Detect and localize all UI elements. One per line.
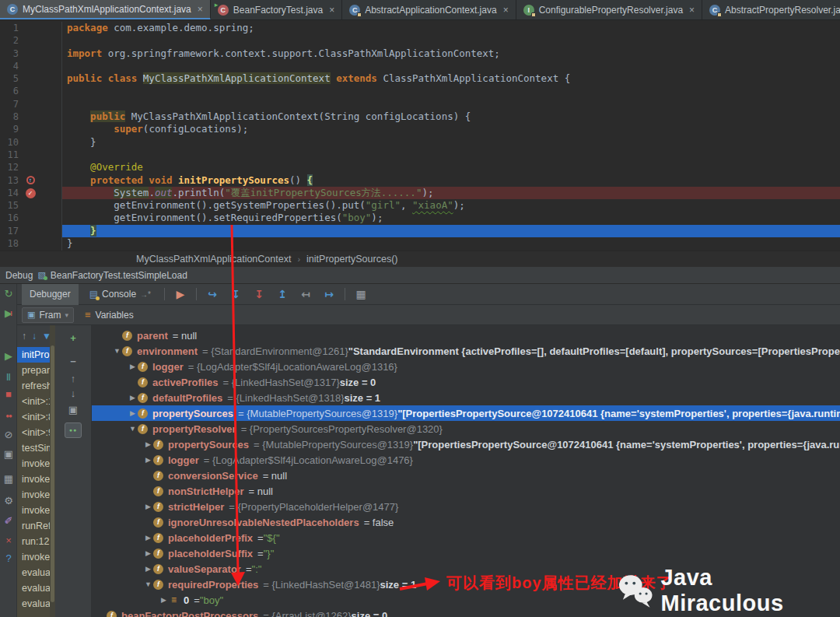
variable-row[interactable]: ▶fplaceholderSuffix= "}" xyxy=(92,545,840,561)
expand-closed-arrow[interactable]: ▶ xyxy=(143,440,153,448)
tab-close-icon[interactable]: × xyxy=(689,5,695,16)
thread-dump-camera-icon[interactable]: ▣ xyxy=(0,448,17,461)
code-line[interactable]: } xyxy=(62,237,840,250)
tab-close-icon[interactable]: × xyxy=(198,4,203,15)
expand-closed-arrow[interactable]: ▶ xyxy=(143,565,153,573)
editor-tab[interactable]: C▸BeanFactoryTest.java× xyxy=(211,0,342,20)
variable-row[interactable]: fnonStrictHelper= null xyxy=(92,483,840,499)
tab-close-icon[interactable]: × xyxy=(503,5,509,16)
variable-row[interactable]: fconversionService= null xyxy=(92,468,840,483)
remove-watch-icon[interactable]: − xyxy=(65,354,82,370)
debug-session-tab[interactable]: BeanFactoryTest.testSimpleLoad xyxy=(51,270,187,281)
editor-tab[interactable]: CAbstractPropertyResolver.java× xyxy=(702,0,840,20)
editor-tab[interactable]: CAbstractApplicationContext.java× xyxy=(342,0,516,20)
code-editor[interactable]: 12345678910111213↑14✓15161718 package co… xyxy=(0,20,840,251)
variable-row[interactable]: fbeanFactoryPostProcessors= {ArrayList@1… xyxy=(92,608,840,617)
code-line[interactable]: package com.example.demo.spring; xyxy=(62,22,840,34)
frame-down-icon[interactable]: ↓ xyxy=(32,331,37,342)
code-line[interactable]: @Override xyxy=(62,161,840,174)
show-execution-point-icon[interactable]: ▶ xyxy=(170,288,191,300)
override-marker-icon[interactable]: ↑ xyxy=(19,174,42,187)
editor-gutter[interactable]: 12345678910111213↑14✓15161718 xyxy=(0,22,62,251)
variable-row[interactable]: ▶fvalueSeparator= ":" xyxy=(92,561,840,577)
variable-row[interactable]: fparent= null xyxy=(92,328,840,343)
code-line[interactable]: protected void initPropertySources() { xyxy=(62,174,840,187)
variable-row[interactable]: ▼frequiredProperties= {LinkedHashSet@148… xyxy=(92,577,840,592)
view-breakpoints-icon[interactable]: ●● xyxy=(0,410,17,422)
variable-row[interactable]: ▶fdefaultProfiles= {LinkedHashSet@1318} … xyxy=(92,390,840,405)
breadcrumb-item[interactable]: MyClassPathXmlApplicationContext xyxy=(136,254,291,265)
step-out-icon[interactable]: ↥ xyxy=(272,288,292,300)
expand-open-arrow[interactable]: ▼ xyxy=(128,425,138,433)
settings-gear-icon[interactable]: ⚙ xyxy=(0,495,17,507)
variable-row[interactable]: ▼fpropertyResolver= {PropertySourcesProp… xyxy=(92,421,840,436)
drop-frame-icon[interactable]: ↤ xyxy=(296,288,316,300)
expand-closed-arrow[interactable]: ▶ xyxy=(128,409,138,417)
expand-closed-arrow[interactable]: ▶ xyxy=(159,596,169,604)
rerun-failed-tests-icon[interactable]: ▶! xyxy=(0,307,17,320)
resume-icon[interactable]: ▶ xyxy=(0,350,17,363)
move-up-icon[interactable]: ↑ xyxy=(65,371,82,387)
frames-scrollbar[interactable] xyxy=(50,325,55,617)
pause-icon[interactable]: Ⅱ xyxy=(0,371,17,384)
variable-row[interactable]: fignoreUnresolvableNestedPlaceholders= f… xyxy=(92,514,840,530)
frame-up-icon[interactable]: ↑ xyxy=(22,331,26,342)
pin-icon[interactable]: ✐ xyxy=(0,515,17,528)
variable-row[interactable]: ▶flogger= {LogAdapter$Slf4jLocationAware… xyxy=(92,452,840,468)
variable-row[interactable]: ▶flogger= {LogAdapter$Slf4jLocationAware… xyxy=(92,359,840,374)
help-icon[interactable]: ? xyxy=(0,552,17,565)
expand-closed-arrow[interactable]: ▶ xyxy=(143,503,153,510)
variable-row[interactable]: ▼fenvironment= {StandardEnvironment@1261… xyxy=(92,343,840,359)
show-watches-icon[interactable]: ●● xyxy=(65,422,82,438)
breakpoint-icon[interactable]: ✓ xyxy=(19,187,42,199)
expand-closed-arrow[interactable]: ▶ xyxy=(143,456,153,464)
tab-variables[interactable]: ≡ Variables xyxy=(85,309,134,321)
code-line[interactable]: System.out.println("覆盖initPropertySource… xyxy=(62,187,840,199)
expand-closed-arrow[interactable]: ▶ xyxy=(128,363,138,370)
editor-tab[interactable]: CMyClassPathXmlApplicationContext.java× xyxy=(0,0,211,20)
variable-row[interactable]: ▶≡0= "boy" xyxy=(92,592,840,608)
code-line[interactable] xyxy=(62,149,840,161)
code-line[interactable]: import org.springframework.context.suppo… xyxy=(62,47,840,60)
force-step-into-icon[interactable]: ↧ xyxy=(249,288,269,300)
code-line[interactable]: public class MyClassPathXmlApplicationCo… xyxy=(62,72,840,85)
tab-console[interactable]: ▤ Console →* xyxy=(82,284,159,305)
step-over-icon[interactable]: ↪ xyxy=(202,288,222,300)
variable-row[interactable]: ▶fplaceholderPrefix= "${" xyxy=(92,530,840,545)
rerun-icon[interactable]: ↻ xyxy=(0,288,17,300)
evaluate-expression-icon[interactable]: ▦ xyxy=(351,288,371,300)
run-to-cursor-icon[interactable]: ↦ xyxy=(319,288,339,300)
mute-breakpoints-icon[interactable]: ⊘ xyxy=(0,429,17,441)
editor-tab[interactable]: IConfigurablePropertyResolver.java× xyxy=(516,0,702,20)
code-line[interactable]: getEnvironment().getSystemProperties().p… xyxy=(62,199,840,212)
tab-debugger[interactable]: Debugger xyxy=(22,284,79,305)
variable-row[interactable]: ▶fstrictHelper= {PropertyPlaceholderHelp… xyxy=(92,499,840,514)
tab-close-icon[interactable]: × xyxy=(329,5,334,16)
code-line[interactable]: } xyxy=(62,225,840,237)
copy-icon[interactable]: ▣ xyxy=(65,402,82,418)
add-watch-icon[interactable]: + xyxy=(65,331,82,346)
code-line[interactable] xyxy=(62,85,840,97)
expand-open-arrow[interactable]: ▼ xyxy=(112,347,122,355)
variable-row[interactable]: ▶fpropertySources= {MutablePropertySourc… xyxy=(92,405,840,421)
code-line[interactable] xyxy=(62,60,840,72)
frames-thread-selector[interactable]: ▣ Fram ▾ xyxy=(22,307,74,323)
code-line[interactable]: public MyClassPathXmlApplicationContext(… xyxy=(62,110,840,123)
expand-open-arrow[interactable]: ▼ xyxy=(143,580,153,588)
frames-scrollbar-thumb[interactable] xyxy=(51,345,54,602)
variable-row[interactable]: ▶fpropertySources= {MutablePropertySourc… xyxy=(92,436,840,452)
expand-closed-arrow[interactable]: ▶ xyxy=(128,394,138,401)
code-line[interactable]: } xyxy=(62,136,840,149)
stop-icon[interactable]: ■ xyxy=(0,388,17,401)
variable-row[interactable]: factiveProfiles= {LinkedHashSet@1317} si… xyxy=(92,374,840,390)
move-down-icon[interactable]: ↓ xyxy=(65,386,82,401)
code-line[interactable] xyxy=(62,34,840,47)
editor-code-area[interactable]: package com.example.demo.spring; import … xyxy=(62,22,840,251)
close-icon[interactable]: × xyxy=(0,535,17,547)
step-into-icon[interactable]: ↧ xyxy=(226,288,246,300)
breadcrumb-item[interactable]: initPropertySources() xyxy=(306,254,397,265)
restore-layout-icon[interactable]: ▦ xyxy=(0,473,17,486)
code-line[interactable]: getEnvironment().setRequiredProperties("… xyxy=(62,212,840,224)
expand-closed-arrow[interactable]: ▶ xyxy=(143,534,153,542)
code-line[interactable]: super(configLocations); xyxy=(62,123,840,135)
